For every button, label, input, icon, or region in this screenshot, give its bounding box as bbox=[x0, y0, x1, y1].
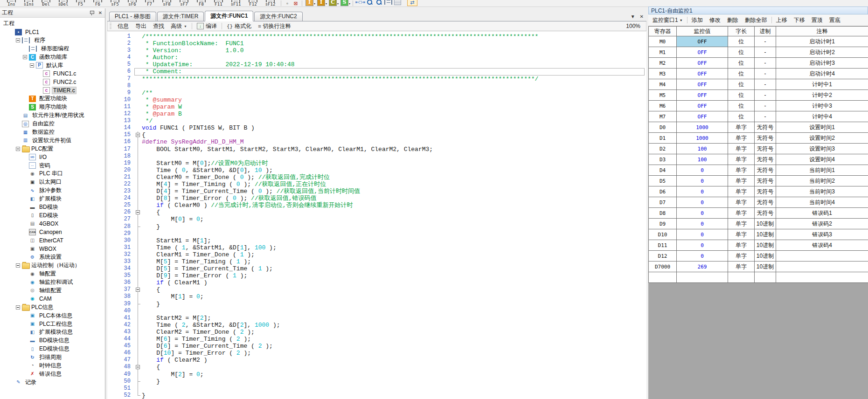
code-line[interactable]: 30 StartM1 = M[1]; bbox=[107, 237, 646, 244]
watch-table-row[interactable]: D60单字无符号当前时间3 bbox=[649, 186, 868, 197]
code-line[interactable]: 9/** bbox=[107, 89, 646, 96]
tree-item[interactable]: ◧扩展模块 bbox=[0, 195, 105, 203]
code-line[interactable]: 26 { bbox=[107, 209, 646, 216]
watch-table-row[interactable]: D2100单字无符号设置时间3 bbox=[649, 144, 868, 154]
value-cell[interactable]: OFF bbox=[677, 79, 728, 90]
register-cell[interactable]: D10 bbox=[649, 229, 677, 240]
tree-item[interactable]: ◉轴监控和调试 bbox=[0, 278, 105, 287]
register-cell[interactable]: D6 bbox=[649, 186, 677, 197]
register-cell[interactable]: M1 bbox=[649, 47, 677, 58]
tab-list-dropdown-icon[interactable]: ▼ bbox=[631, 14, 635, 19]
tree-expander-icon[interactable] bbox=[30, 63, 34, 68]
code-line[interactable]: 18 bbox=[107, 153, 646, 160]
value-cell[interactable]: OFF bbox=[677, 47, 728, 58]
code-line[interactable]: 24 D[8] = Timer_Error ( 0 ); //获取返回值,错误码… bbox=[107, 195, 646, 202]
tree-item[interactable]: ⚙系统设置 bbox=[0, 253, 105, 261]
register-cell[interactable]: D1 bbox=[649, 133, 677, 144]
code-line[interactable]: 52} bbox=[107, 392, 646, 399]
tree-item[interactable]: ✗错误信息 bbox=[0, 370, 105, 378]
watch-table-row[interactable]: D80单字无符号错误码1 bbox=[649, 208, 868, 219]
word-length-cell[interactable]: 位 bbox=[728, 79, 755, 90]
word-length-cell[interactable]: 单字 bbox=[728, 219, 755, 229]
fkey-button-sf8[interactable]: sF8 bbox=[158, 0, 175, 7]
editor-tab-0[interactable]: PLC1 - 梯形图 bbox=[109, 12, 156, 21]
fkey-button-sdel[interactable]: sDel bbox=[55, 0, 72, 7]
value-cell[interactable]: OFF bbox=[677, 69, 728, 79]
radix-cell[interactable]: - bbox=[755, 90, 776, 101]
watch-table-row[interactable]: D7000269单字10进制 bbox=[649, 261, 868, 272]
code-line[interactable]: 34 D[5] = Timer_Current_Time ( 1 ); bbox=[107, 265, 646, 272]
tree-item[interactable]: PLC信息 bbox=[0, 303, 105, 311]
code-line[interactable]: 32 ClearM1 = Timer_Done ( 1 ); bbox=[107, 251, 646, 258]
box-icon[interactable]: ▫ bbox=[284, 0, 291, 7]
code-line[interactable]: 19 StartM0 = M[0];//设置M0为启动计时 bbox=[107, 160, 646, 167]
code-line[interactable]: 16#define SysRegAddr_HD_D_HM_M bbox=[107, 138, 646, 145]
tree-item[interactable]: ···密码 bbox=[0, 161, 105, 170]
comment-cell[interactable]: 计时中3 bbox=[776, 101, 868, 111]
value-cell[interactable]: 1000 bbox=[677, 133, 728, 144]
fkey-button-f8[interactable]: F8 bbox=[193, 0, 210, 7]
comment-cell[interactable]: 设置时间3 bbox=[776, 144, 868, 154]
tree-item[interactable]: cFUNC1.c bbox=[0, 69, 105, 78]
register-cell[interactable]: D11 bbox=[649, 240, 677, 251]
watch-table-row[interactable]: D40单字无符号当前时间1 bbox=[649, 165, 868, 176]
register-cell[interactable]: D0 bbox=[649, 122, 677, 133]
tree-item[interactable]: ▦数据监控 bbox=[0, 128, 105, 137]
tree-item[interactable]: ▤4GBOX bbox=[0, 220, 105, 228]
zoom-out-icon[interactable] bbox=[375, 0, 383, 5]
tree-expander-icon[interactable] bbox=[16, 305, 20, 310]
word-length-cell[interactable]: 位 bbox=[728, 69, 755, 79]
radix-cell[interactable]: 无符号 bbox=[755, 165, 776, 176]
radix-cell[interactable]: 10进制 bbox=[755, 261, 776, 272]
code-line[interactable]: 35 D[9] = Timer_Error ( 1 ); bbox=[107, 272, 646, 279]
close-tab-icon[interactable]: ✕ bbox=[640, 14, 644, 19]
watch-table-row[interactable]: D120单字10进制 bbox=[649, 251, 868, 261]
word-length-cell[interactable]: 单字 bbox=[728, 261, 755, 272]
word-length-cell[interactable]: 单字 bbox=[728, 208, 755, 219]
radix-cell[interactable]: 无符号 bbox=[755, 208, 776, 219]
tree-item[interactable]: ▤软元件注释/使用状况 bbox=[0, 111, 105, 120]
fold-toggle-icon[interactable] bbox=[136, 365, 140, 369]
radix-cell[interactable]: - bbox=[755, 36, 776, 47]
radix-cell[interactable]: 无符号 bbox=[755, 154, 776, 165]
tree-item[interactable]: ◎轴组配置 bbox=[0, 287, 105, 295]
radix-cell[interactable]: 无符号 bbox=[755, 176, 776, 186]
watch-table-row[interactable]: M6OFF位-计时中3 bbox=[649, 101, 868, 111]
comment-cell[interactable]: 设置时间4 bbox=[776, 154, 868, 165]
comment-cell[interactable]: 启动计时1 bbox=[776, 36, 868, 47]
comment-cell[interactable]: 错误码1 bbox=[776, 208, 868, 219]
radix-cell[interactable] bbox=[755, 272, 776, 283]
comment-cell[interactable]: 设置时间1 bbox=[776, 122, 868, 133]
watch-table-row[interactable]: D11000单字无符号设置时间2 bbox=[649, 133, 868, 144]
register-cell[interactable]: D2 bbox=[649, 144, 677, 154]
comment-cell[interactable] bbox=[776, 272, 868, 283]
code-line[interactable]: 2 * FunctionBlockName: FUNC1 bbox=[107, 40, 646, 47]
watch-table-row[interactable]: M5OFF位-计时中2 bbox=[649, 90, 868, 101]
value-cell[interactable] bbox=[677, 272, 728, 283]
watch-table-row[interactable]: D90单字10进制错误码2 bbox=[649, 219, 868, 229]
fold-toggle-icon[interactable] bbox=[136, 133, 140, 137]
value-cell[interactable]: 0 bbox=[677, 176, 728, 186]
comment-cell[interactable]: 当前时间3 bbox=[776, 186, 868, 197]
code-view[interactable]: 1/**************************************… bbox=[107, 31, 646, 399]
register-cell[interactable]: M6 bbox=[649, 101, 677, 111]
fold-toggle-icon[interactable] bbox=[136, 210, 140, 214]
value-cell[interactable]: 269 bbox=[677, 261, 728, 272]
value-cell[interactable]: OFF bbox=[677, 111, 728, 122]
tree-item[interactable]: ▣WBOX bbox=[0, 245, 105, 253]
watch-table-row[interactable]: D70单字无符号当前时间4 bbox=[649, 197, 868, 208]
code-line[interactable]: 1/**************************************… bbox=[107, 33, 646, 40]
instruction-button-c2[interactable]: C bbox=[329, 0, 337, 6]
tree-item[interactable]: ◔时钟信息 bbox=[0, 362, 105, 370]
value-cell[interactable]: 1000 bbox=[677, 122, 728, 133]
radix-cell[interactable]: 无符号 bbox=[755, 133, 776, 144]
dropdown-arrow-icon[interactable]: ▾ bbox=[337, 2, 339, 5]
comment-cell[interactable]: 当前时间2 bbox=[776, 176, 868, 186]
comment-cell[interactable]: 计时中2 bbox=[776, 90, 868, 101]
comment-cell[interactable]: 启动计时4 bbox=[776, 69, 868, 79]
code-line[interactable]: 23 D[4] = Timer_Current_Time ( 0 ); //获取… bbox=[107, 188, 646, 195]
code-line[interactable]: 4 * Author: bbox=[107, 54, 646, 61]
word-length-cell[interactable]: 单字 bbox=[728, 240, 755, 251]
tree-item[interactable]: ◧扩展模块信息 bbox=[0, 328, 105, 337]
fkey-button-ins[interactable]: Ins bbox=[3, 0, 20, 7]
